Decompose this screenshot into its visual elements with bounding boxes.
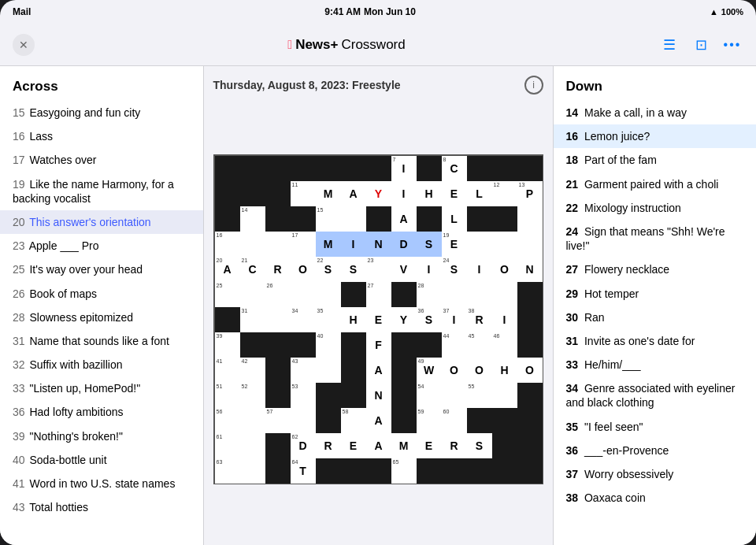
- grid-cell[interactable]: 14: [240, 206, 265, 232]
- list-view-button[interactable]: ☰: [658, 34, 680, 56]
- grid-cell[interactable]: O: [291, 257, 316, 282]
- grid-cell[interactable]: I: [341, 232, 366, 257]
- clue-down-31[interactable]: 31 Invite as one's date for: [554, 329, 757, 353]
- grid-cell[interactable]: O: [467, 358, 492, 383]
- clue-across-33[interactable]: 33 "Listen up, HomePod!": [0, 376, 203, 400]
- grid-cell[interactable]: H: [417, 181, 442, 206]
- grid-cell[interactable]: 44: [442, 332, 467, 358]
- grid-cell[interactable]: A: [391, 206, 417, 232]
- grid-cell[interactable]: 62D: [291, 433, 316, 458]
- clue-down-14[interactable]: 14 Make a call, in a way: [554, 101, 757, 124]
- grid-cell[interactable]: E: [366, 307, 391, 332]
- grid-cell[interactable]: [240, 458, 265, 484]
- clue-across-32[interactable]: 32 Suffix with bazillion: [0, 353, 203, 376]
- grid-cell[interactable]: 46: [492, 332, 517, 358]
- clue-down-29[interactable]: 29 Hot temper: [554, 282, 757, 306]
- grid-cell[interactable]: [517, 232, 543, 257]
- clue-down-34[interactable]: 34 Genre associated with eyeliner and bl…: [554, 376, 757, 414]
- grid-cell[interactable]: 22S: [316, 257, 341, 282]
- grid-cell[interactable]: 28: [417, 282, 442, 307]
- grid-cell[interactable]: 60: [442, 408, 467, 433]
- grid-cell[interactable]: F: [366, 332, 391, 358]
- grid-cell[interactable]: [240, 282, 265, 307]
- clue-across-17[interactable]: 17 Watches over: [0, 148, 203, 172]
- grid-cell[interactable]: N: [366, 232, 391, 257]
- clue-down-35[interactable]: 35 "I feel seen": [554, 415, 757, 439]
- grid-cell[interactable]: 65: [391, 458, 417, 484]
- grid-cell[interactable]: 37I: [442, 307, 467, 332]
- clue-across-41[interactable]: 41 Word in two U.S. state names: [0, 472, 203, 495]
- grid-cell[interactable]: 39: [215, 332, 240, 358]
- grid-cell[interactable]: D: [391, 232, 417, 257]
- clue-across-36[interactable]: 36 Had lofty ambitions: [0, 400, 203, 424]
- more-options-button[interactable]: •••: [721, 34, 743, 56]
- clue-across-31[interactable]: 31 Name that sounds like a font: [0, 329, 203, 353]
- grid-cell[interactable]: Y: [366, 181, 391, 206]
- grid-cell[interactable]: 38R: [467, 307, 492, 332]
- grid-cell[interactable]: 20A: [215, 257, 240, 282]
- grid-cell[interactable]: O: [442, 358, 467, 383]
- grid-cell[interactable]: L: [442, 206, 467, 232]
- grid-cell[interactable]: 45: [467, 332, 492, 358]
- grid-cell[interactable]: N: [517, 257, 543, 282]
- grid-cell[interactable]: I: [417, 257, 442, 282]
- grid-cell[interactable]: 40: [316, 332, 341, 358]
- grid-cell[interactable]: [265, 232, 291, 257]
- clue-across-20[interactable]: 20 This answer's orientation: [0, 210, 203, 234]
- grid-cell[interactable]: 13P: [517, 181, 543, 206]
- grid-cell[interactable]: [291, 408, 316, 433]
- grid-cell[interactable]: [492, 383, 517, 408]
- grid-cell[interactable]: I: [467, 257, 492, 282]
- grid-cell[interactable]: 54: [417, 383, 442, 408]
- clue-across-15[interactable]: 15 Easygoing and fun city: [0, 101, 203, 124]
- grid-cell[interactable]: [240, 408, 265, 433]
- clue-across-26[interactable]: 26 Book of maps: [0, 282, 203, 306]
- grid-cell[interactable]: N: [366, 383, 391, 408]
- clue-across-19[interactable]: 19 Like the name Harmony, for a backing …: [0, 172, 203, 210]
- clue-across-39[interactable]: 39 "Nothing's broken!": [0, 425, 203, 448]
- grid-cell[interactable]: [442, 383, 467, 408]
- grid-cell[interactable]: 17: [291, 232, 316, 257]
- grid-cell[interactable]: 34: [291, 307, 316, 332]
- grid-cell[interactable]: H: [492, 358, 517, 383]
- close-button[interactable]: ✕: [13, 34, 35, 56]
- grid-cell[interactable]: [467, 282, 492, 307]
- grid-cell[interactable]: [341, 206, 366, 232]
- grid-cell[interactable]: I: [391, 181, 417, 206]
- grid-cell[interactable]: L: [467, 181, 492, 206]
- grid-cell[interactable]: [265, 307, 291, 332]
- clue-across-40[interactable]: 40 Soda-bottle unit: [0, 448, 203, 472]
- clue-across-43[interactable]: 43 Total hotties: [0, 495, 203, 519]
- clue-down-33[interactable]: 33 He/him/___: [554, 353, 757, 376]
- grid-cell[interactable]: [442, 282, 467, 307]
- grid-cell[interactable]: R: [316, 433, 341, 458]
- crossword-grid[interactable]: 7I 8C 11 M A Y I H E: [213, 154, 543, 484]
- clue-down-37[interactable]: 37 Worry obsessively: [554, 462, 757, 486]
- grid-cell[interactable]: 49W: [417, 358, 442, 383]
- grid-cell[interactable]: [240, 433, 265, 458]
- grid-cell[interactable]: E: [341, 433, 366, 458]
- grid-cell[interactable]: M: [316, 232, 341, 257]
- grid-cell[interactable]: 64T: [291, 458, 316, 484]
- grid-cell[interactable]: R: [265, 257, 291, 282]
- clue-down-21[interactable]: 21 Garment paired with a choli: [554, 172, 757, 196]
- grid-cell[interactable]: M: [316, 181, 341, 206]
- grid-cell[interactable]: 11: [291, 181, 316, 206]
- grid-cell[interactable]: O: [517, 358, 543, 383]
- grid-cell[interactable]: 52: [240, 383, 265, 408]
- grid-cell[interactable]: A: [366, 408, 391, 433]
- grid-cell[interactable]: 12: [492, 181, 517, 206]
- clue-down-36[interactable]: 36 ___-en-Provence: [554, 439, 757, 462]
- grid-cell[interactable]: 21C: [240, 257, 265, 282]
- grid-cell[interactable]: [291, 282, 316, 307]
- clue-down-38[interactable]: 38 Oaxaca coin: [554, 486, 757, 510]
- clue-down-27[interactable]: 27 Flowery necklace: [554, 258, 757, 281]
- grid-cell[interactable]: 15: [316, 206, 341, 232]
- grid-cell[interactable]: 61: [215, 433, 240, 458]
- grid-cell[interactable]: [316, 358, 341, 383]
- grid-cell[interactable]: [240, 232, 265, 257]
- grid-cell[interactable]: I: [492, 307, 517, 332]
- grid-cell[interactable]: 51: [215, 383, 240, 408]
- grid-cell[interactable]: O: [492, 257, 517, 282]
- grid-cell[interactable]: H: [341, 307, 366, 332]
